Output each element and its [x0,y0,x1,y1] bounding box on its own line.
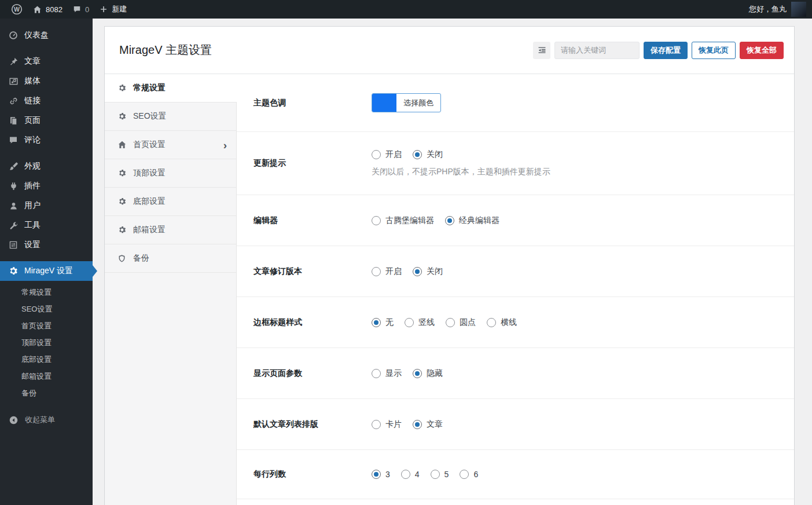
submenu-item-homepage[interactable]: 首页设置 [0,317,93,334]
pages-icon [8,115,19,126]
radio-circle-checked [413,420,422,429]
sidebar-item-links[interactable]: 链接 [0,91,93,111]
submenu-item-seo[interactable]: SEO设置 [0,301,93,317]
tools-icon [8,219,19,231]
new-label: 新建 [112,4,127,14]
sidebar-item-label: MirageV 设置 [24,266,73,276]
sidebar-item-dashboard[interactable]: 仪表盘 [0,25,93,45]
color-picker-label: 选择颜色 [396,94,440,112]
setting-label: 文章修订版本 [253,266,372,277]
radio-circle [460,470,469,479]
radio-circle-checked [413,267,422,276]
radio-circle-checked [372,318,381,327]
sidebar-item-settings[interactable]: 设置 [0,235,93,255]
tab-header[interactable]: 顶部设置 [105,159,236,188]
radio-option-article[interactable]: 文章 [413,419,443,430]
tab-mail[interactable]: 邮箱设置 [105,216,236,244]
setting-label: 更新提示 [253,158,372,169]
sidebar-item-miragev-settings[interactable]: MirageV 设置 [0,261,93,281]
tab-general[interactable]: 常规设置 [105,74,237,103]
submenu-item-general[interactable]: 常规设置 [0,284,93,301]
pin-icon [8,56,19,67]
gear-icon [8,265,19,277]
radio-option-classic[interactable]: 经典编辑器 [445,215,499,226]
radio-option-6[interactable]: 6 [460,470,478,479]
sidebar-item-users[interactable]: 用户 [0,196,93,215]
sidebar-item-posts[interactable]: 文章 [0,52,93,71]
setting-row-editor: 编辑器 古腾堡编辑器 经典编辑器 [237,195,794,246]
setting-row-revisions: 文章修订版本 开启 关闭 [237,246,794,297]
submenu-item-footer[interactable]: 底部设置 [0,351,93,368]
sidebar-item-tools[interactable]: 工具 [0,215,93,235]
radio-option-off[interactable]: 关闭 [413,149,443,160]
admin-bar-comments[interactable]: 0 [68,0,94,19]
submenu-item-backup[interactable]: 备份 [0,385,93,401]
setting-row-columns-per-row: 每行列数 3 4 5 [237,450,794,499]
setting-row-page-params: 显示页面参数 显示 隐藏 [237,348,794,399]
restore-page-button[interactable]: 恢复此页 [692,42,736,59]
settings-rows: 主题色调 选择颜色 更新提示 [237,74,794,505]
sidebar-item-label: 媒体 [24,76,41,86]
sidebar-item-pages[interactable]: 页面 [0,111,93,130]
radio-circle [401,470,410,479]
submenu-item-mail[interactable]: 邮箱设置 [0,368,93,385]
collapse-menu-button[interactable]: 收起菜单 [0,410,93,430]
chevron-right-icon: › [223,140,227,151]
dashboard-icon [8,30,19,41]
svg-text:W: W [14,6,20,13]
radio-circle [405,318,414,327]
restore-all-button[interactable]: 恢复全部 [740,42,784,59]
radio-option-dot[interactable]: 圆点 [446,317,476,328]
radio-circle-checked [413,369,422,378]
content-area: MirageV 主题设置 保存配置 恢复此页 恢复全部 [93,19,812,505]
color-swatch [372,94,396,112]
admin-bar-site-link[interactable]: 8082 [28,0,68,19]
plugin-icon [8,180,19,192]
admin-bar: W 8082 0 [0,0,812,19]
admin-sidebar: 仪表盘 文章 媒体 [0,19,93,505]
comment-count: 0 [85,5,89,14]
panel-header: MirageV 主题设置 保存配置 恢复此页 恢复全部 [105,27,794,74]
radio-option-hide[interactable]: 隐藏 [413,368,443,379]
sidebar-item-media[interactable]: 媒体 [0,71,93,91]
tab-footer[interactable]: 底部设置 [105,188,236,216]
radio-circle [372,267,381,276]
gear-icon [117,197,127,207]
submenu-item-header[interactable]: 顶部设置 [0,334,93,351]
gear-icon [117,83,127,93]
admin-bar-account[interactable]: 您好，鱼丸 [749,2,806,17]
sidebar-item-comments[interactable]: 评论 [0,130,93,150]
color-picker-button[interactable]: 选择颜色 [372,93,441,112]
radio-option-4[interactable]: 4 [401,470,420,479]
radio-option-horizontal-line[interactable]: 横线 [487,317,517,328]
radio-option-5[interactable]: 5 [431,470,449,479]
comments-icon [8,134,19,146]
toggle-panel-button[interactable] [533,42,550,59]
radio-circle [446,318,455,327]
tab-seo[interactable]: SEO设置 [105,103,236,131]
radio-option-gutenberg[interactable]: 古腾堡编辑器 [372,215,434,226]
radio-option-3[interactable]: 3 [372,470,390,479]
tab-backup[interactable]: 备份 [105,244,236,273]
radio-option-none[interactable]: 无 [372,317,394,328]
radio-circle [372,216,381,225]
radio-option-off[interactable]: 关闭 [413,266,443,277]
keyword-search-input[interactable] [554,42,640,59]
radio-option-on[interactable]: 开启 [372,266,402,277]
admin-bar-new[interactable]: 新建 [94,0,132,19]
wordpress-logo-menu[interactable]: W [6,0,28,19]
link-icon [8,95,19,107]
radio-option-show[interactable]: 显示 [372,368,402,379]
site-name: 8082 [46,5,63,14]
radio-option-card[interactable]: 卡片 [372,419,402,430]
sidebar-item-label: 链接 [24,96,41,106]
sidebar-item-plugins[interactable]: 插件 [0,176,93,196]
setting-row-theme-color: 主题色调 选择颜色 [237,74,794,132]
radio-option-on[interactable]: 开启 [372,149,402,160]
save-config-button[interactable]: 保存配置 [644,42,688,59]
media-icon [8,75,19,87]
sidebar-item-appearance[interactable]: 外观 [0,156,93,176]
tab-homepage[interactable]: 首页设置 › [105,131,236,159]
radio-option-vertical-line[interactable]: 竖线 [405,317,435,328]
home-icon [117,140,127,150]
